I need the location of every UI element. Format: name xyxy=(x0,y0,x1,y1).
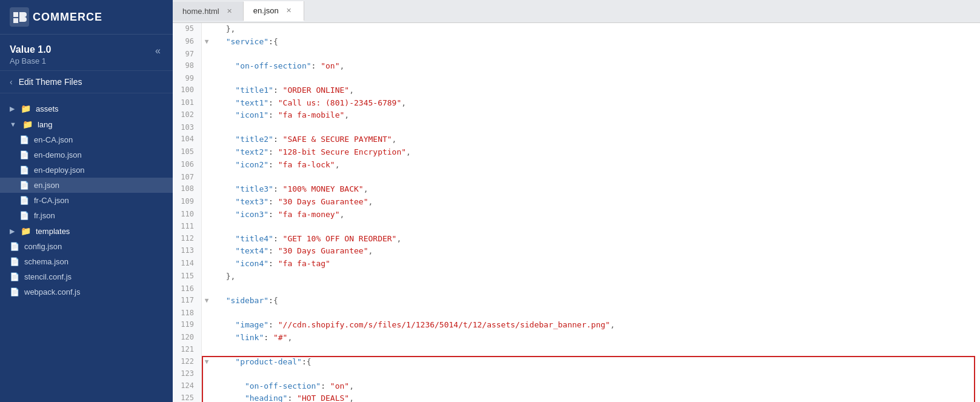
tab-home-html[interactable]: home.html ✕ xyxy=(173,2,244,21)
edit-theme-section[interactable]: ‹ Edit Theme Files xyxy=(0,70,173,93)
line-content: "heading": "HOT DEALS", xyxy=(212,392,980,402)
file-icon: 📄 xyxy=(19,196,29,205)
line-arrow xyxy=(202,270,212,283)
line-content: "text2": "128-bit Secure Encryption", xyxy=(212,146,980,159)
code-line: 98 "on-off-section": "on", xyxy=(173,60,980,73)
sidebar-item-label: fr-CA.json xyxy=(34,196,69,205)
line-number: 105 xyxy=(173,146,202,159)
sidebar-item-label: webpack.conf.js xyxy=(24,287,81,296)
code-line: 118 xyxy=(173,307,980,319)
theme-sub: Ap Base 1 xyxy=(10,56,52,65)
code-line: 119 "image": "//cdn.shopify.com/s/files/… xyxy=(173,319,980,332)
sidebar-item-config-json[interactable]: 📄 config.json xyxy=(0,239,173,254)
line-arrow xyxy=(202,196,212,209)
line-number: 97 xyxy=(173,49,202,60)
line-number: 124 xyxy=(173,380,202,393)
line-content: "title1": "ORDER ONLINE", xyxy=(212,84,980,97)
sidebar-theme-info: Value 1.0 Ap Base 1 « xyxy=(0,35,173,70)
line-content xyxy=(212,283,980,295)
line-content: "sidebar":{ xyxy=(212,295,980,307)
line-number: 103 xyxy=(173,122,202,133)
chevron-right-icon: ▶ xyxy=(10,227,15,235)
line-content: "title2": "SAFE & SECURE PAYMENT", xyxy=(212,133,980,146)
line-content: "icon2": "fa fa-lock", xyxy=(212,159,980,172)
code-line: 103 xyxy=(173,122,980,133)
code-editor[interactable]: 95 },96▼ "service":{9798 "on-off-section… xyxy=(173,23,980,402)
code-line: 122▼ "product-deal":{ xyxy=(173,356,980,369)
logo-text: COMMERCE xyxy=(33,11,102,24)
bigcommerce-logo-icon xyxy=(10,7,29,27)
line-number: 117 xyxy=(173,295,202,307)
sidebar-item-fr-ca-json[interactable]: 📄 fr-CA.json xyxy=(0,193,173,208)
chevron-left-icon: ‹ xyxy=(10,77,13,87)
theme-name: Value 1.0 xyxy=(10,44,52,55)
sidebar-item-label: lang xyxy=(38,120,53,129)
code-line: 123 xyxy=(173,368,980,380)
tab-close-button[interactable]: ✕ xyxy=(285,7,293,15)
sidebar-item-en-deploy-json[interactable]: 📄 en-deploy.json xyxy=(0,162,173,178)
sidebar-item-en-demo-json[interactable]: 📄 en-demo.json xyxy=(0,147,173,162)
line-arrow xyxy=(202,109,212,122)
sidebar-header: COMMERCE xyxy=(0,0,173,35)
code-line: 112 "title4": "GET 10% OFF ON REORDER", xyxy=(173,233,980,246)
line-arrow xyxy=(202,380,212,393)
sidebar-item-en-json[interactable]: 📄 en.json xyxy=(0,178,173,193)
code-line: 111 xyxy=(173,221,980,232)
line-arrow xyxy=(202,84,212,97)
line-number: 104 xyxy=(173,133,202,146)
line-content: "title4": "GET 10% OFF ON REORDER", xyxy=(212,233,980,246)
line-content: "text3": "30 Days Guarantee", xyxy=(212,196,980,209)
line-content xyxy=(212,344,980,355)
code-line: 101 "text1": "Call us: (801)-2345-6789", xyxy=(173,97,980,110)
sidebar-item-schema-json[interactable]: 📄 schema.json xyxy=(0,254,173,269)
edit-theme-label: Edit Theme Files xyxy=(19,77,82,87)
line-arrow xyxy=(202,73,212,84)
line-content: "text1": "Call us: (801)-2345-6789", xyxy=(212,97,980,110)
line-content: "icon1": "fa fa-mobile", xyxy=(212,109,980,122)
line-number: 109 xyxy=(173,196,202,209)
line-number: 125 xyxy=(173,392,202,402)
sidebar-item-stencil-conf-js[interactable]: 📄 stencil.conf.js xyxy=(0,269,173,284)
line-arrow: ▼ xyxy=(202,295,212,307)
line-number: 118 xyxy=(173,307,202,319)
line-arrow xyxy=(202,60,212,73)
code-line: 109 "text3": "30 Days Guarantee", xyxy=(173,196,980,209)
line-arrow xyxy=(202,122,212,133)
line-content: "link": "#", xyxy=(212,332,980,344)
code-line: 106 "icon2": "fa fa-lock", xyxy=(173,159,980,172)
code-line: 99 xyxy=(173,73,980,84)
line-content: "on-off-section": "on", xyxy=(212,380,980,393)
line-arrow xyxy=(202,221,212,232)
line-content xyxy=(212,368,980,380)
code-line: 110 "icon3": "fa fa-money", xyxy=(173,209,980,221)
line-arrow xyxy=(202,209,212,221)
line-number: 119 xyxy=(173,319,202,332)
line-content: "product-deal":{ xyxy=(212,356,980,369)
line-number: 99 xyxy=(173,73,202,84)
code-line: 102 "icon1": "fa fa-mobile", xyxy=(173,109,980,122)
sidebar-item-label: schema.json xyxy=(24,257,68,266)
line-number: 107 xyxy=(173,172,202,183)
code-line: 117▼ "sidebar":{ xyxy=(173,295,980,307)
code-line: 96▼ "service":{ xyxy=(173,36,980,49)
sidebar-item-assets[interactable]: ▶ 📁 assets xyxy=(0,101,173,116)
sidebar-item-en-ca-json[interactable]: 📄 en-CA.json xyxy=(0,132,173,147)
sidebar-item-lang[interactable]: ▼ 📁 lang xyxy=(0,116,173,132)
line-number: 108 xyxy=(173,183,202,196)
sidebar-item-webpack-conf-js[interactable]: 📄 webpack.conf.js xyxy=(0,284,173,300)
code-line: 97 xyxy=(173,49,980,60)
code-line: 124 "on-off-section": "on", xyxy=(173,380,980,393)
collapse-button[interactable]: « xyxy=(153,44,163,58)
sidebar-item-label: en-CA.json xyxy=(34,135,73,144)
tab-en-json[interactable]: en.json ✕ xyxy=(244,1,304,21)
tab-close-button[interactable]: ✕ xyxy=(225,7,233,15)
line-arrow xyxy=(202,172,212,183)
file-icon: 📄 xyxy=(19,150,29,159)
sidebar-item-templates[interactable]: ▶ 📁 templates xyxy=(0,223,173,239)
line-arrow xyxy=(202,392,212,402)
sidebar-item-fr-json[interactable]: 📄 fr.json xyxy=(0,208,173,223)
line-number: 112 xyxy=(173,233,202,246)
line-arrow xyxy=(202,233,212,246)
code-line: 100 "title1": "ORDER ONLINE", xyxy=(173,84,980,97)
sidebar-item-label: en-demo.json xyxy=(34,150,82,159)
